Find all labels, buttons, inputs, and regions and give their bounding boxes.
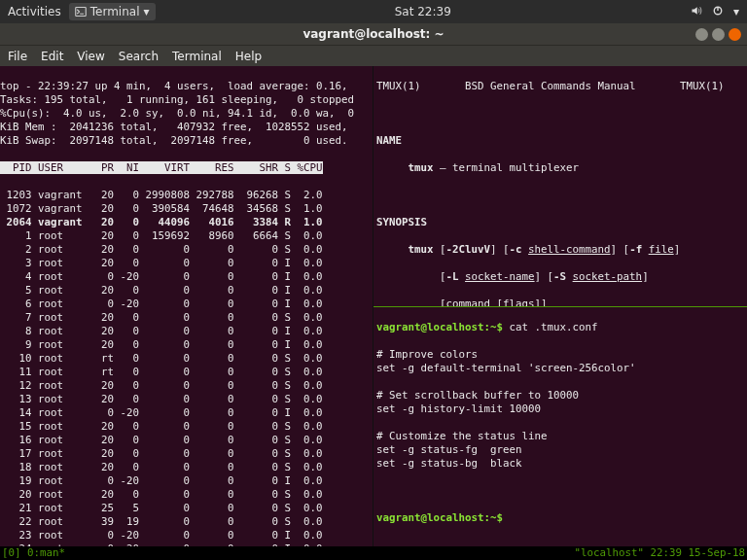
menu-edit[interactable]: Edit bbox=[41, 50, 63, 63]
shell-prompt: vagrant@localhost:~$ bbox=[376, 511, 503, 524]
tmux-pane-man[interactable]: TMUX(1) BSD General Commands Manual TMUX… bbox=[374, 66, 747, 307]
clock[interactable]: Sat 22:39 bbox=[156, 5, 691, 18]
app-menu[interactable]: Terminal ▾ bbox=[69, 3, 156, 20]
man-synopsis-1: tmux [-2CluvV] [-c shell-command] [-f fi… bbox=[376, 243, 744, 257]
shell-prompt: vagrant@localhost:~$ bbox=[376, 321, 503, 333]
shell-output: # Improve colors set -g default-terminal… bbox=[376, 348, 744, 471]
tmux-statusbar: [0] 0:man* "localhost" 22:39 15-Sep-18 bbox=[0, 546, 747, 560]
tmux-pane-top[interactable]: top - 22:39:27 up 4 min, 4 users, load a… bbox=[0, 66, 374, 560]
top-summary: top - 22:39:27 up 4 min, 4 users, load a… bbox=[0, 80, 373, 148]
top-columns-header: PID USER PR NI VIRT RES SHR S %CPU bbox=[0, 161, 323, 174]
menu-help[interactable]: Help bbox=[235, 50, 262, 63]
terminal-icon bbox=[75, 6, 87, 18]
tmux-status-right: "localhost" 22:39 15-Sep-18 bbox=[574, 546, 745, 560]
window-titlebar: vagrant@localhost: ~ bbox=[0, 23, 747, 45]
tmux-status-left: [0] 0:man* bbox=[2, 546, 65, 560]
man-header: TMUX(1) BSD General Commands Manual TMUX… bbox=[376, 80, 744, 93]
tmux-pane-shell[interactable]: vagrant@localhost:~$ cat .tmux.conf # Im… bbox=[374, 307, 747, 560]
menu-view[interactable]: View bbox=[77, 50, 104, 63]
activities-button[interactable]: Activities bbox=[8, 5, 61, 18]
menu-terminal[interactable]: Terminal bbox=[172, 50, 222, 63]
man-name-line: tmux — terminal multiplexer bbox=[376, 161, 744, 175]
man-synopsis-3: [command [flags]] bbox=[376, 298, 744, 307]
terminal[interactable]: top - 22:39:27 up 4 min, 4 users, load a… bbox=[0, 66, 747, 560]
man-section-synopsis: SYNOPSIS bbox=[376, 216, 744, 229]
chevron-down-icon[interactable]: ▾ bbox=[733, 5, 739, 18]
maximize-button[interactable] bbox=[712, 28, 725, 41]
power-icon[interactable] bbox=[712, 5, 724, 19]
sound-icon[interactable] bbox=[691, 5, 702, 19]
chevron-down-icon: ▾ bbox=[143, 5, 149, 18]
menu-search[interactable]: Search bbox=[119, 50, 159, 63]
man-synopsis-2: [-L socket-name] [-S socket-path] bbox=[376, 270, 744, 284]
svg-rect-0 bbox=[76, 8, 87, 17]
close-button[interactable] bbox=[729, 28, 741, 41]
top-process-list: 1203 vagrant 20 0 2990808 292788 96268 S… bbox=[0, 189, 373, 560]
minimize-button[interactable] bbox=[695, 28, 708, 41]
gnome-topbar: Activities Terminal ▾ Sat 22:39 ▾ bbox=[0, 0, 747, 23]
window-title: vagrant@localhost: ~ bbox=[302, 27, 444, 41]
man-section-name: NAME bbox=[376, 134, 744, 148]
shell-command: cat .tmux.conf bbox=[503, 321, 598, 333]
menubar: File Edit View Search Terminal Help bbox=[0, 45, 747, 66]
menu-file[interactable]: File bbox=[8, 50, 27, 63]
